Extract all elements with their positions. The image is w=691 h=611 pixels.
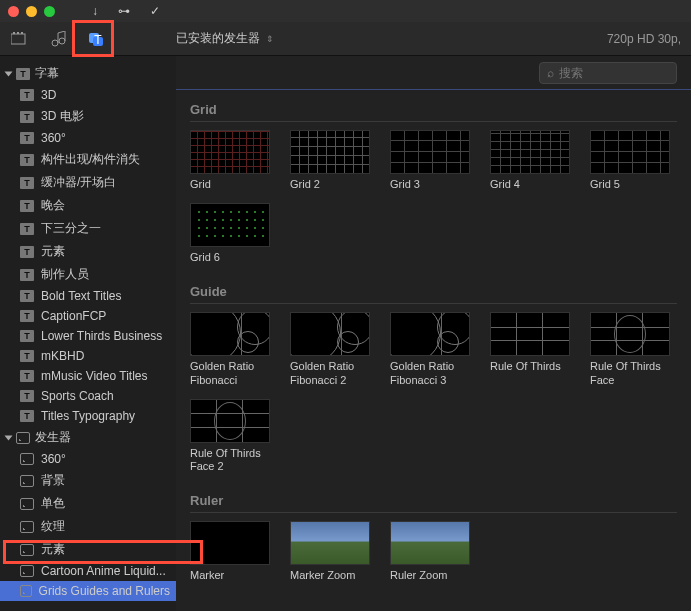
sidebar-item-label: 3D 电影 <box>41 108 84 125</box>
minimize-window-button[interactable] <box>26 6 37 17</box>
maximize-window-button[interactable] <box>44 6 55 17</box>
title-icon: T <box>20 290 34 302</box>
sidebar-item[interactable]: TmKBHD <box>0 346 176 366</box>
generator-thumbnail <box>190 312 270 356</box>
generator-item[interactable]: Grid 6 <box>190 203 270 264</box>
sidebar-group-label: 字幕 <box>35 65 59 82</box>
generator-item[interactable]: Grid <box>190 130 270 191</box>
sidebar-item-label: 缓冲器/开场白 <box>41 174 116 191</box>
generator-item[interactable]: Grid 2 <box>290 130 370 191</box>
generator-item[interactable]: Grid 4 <box>490 130 570 191</box>
title-icon: T <box>20 410 34 422</box>
installed-generators-dropdown[interactable]: 已安装的发生器 ⇕ <box>176 30 274 47</box>
sidebar-item-label: mKBHD <box>41 349 84 363</box>
section-header: Ruler <box>190 489 677 513</box>
video-format-info: 720p HD 30p, <box>607 32 681 46</box>
generator-item[interactable]: Grid 3 <box>390 130 470 191</box>
sidebar-group-generators[interactable]: 发生器 <box>0 426 176 449</box>
generator-thumbnail <box>190 203 270 247</box>
chevron-updown-icon: ⇕ <box>266 34 274 44</box>
generator-item[interactable]: Marker <box>190 521 270 582</box>
title-icon: T <box>20 330 34 342</box>
svg-rect-0 <box>11 34 25 44</box>
generator-item[interactable]: Grid 5 <box>590 130 670 191</box>
generator-thumbnail <box>190 399 270 443</box>
sidebar-item[interactable]: Cartoon Anime Liquid... <box>0 561 176 581</box>
check-circle-icon[interactable]: ✓ <box>150 4 160 18</box>
title-icon: T <box>20 350 34 362</box>
sidebar-item-label: 制作人员 <box>41 266 89 283</box>
sidebar-item[interactable]: TLower Thirds Business <box>0 326 176 346</box>
sidebar-item-label: 360° <box>41 452 66 466</box>
generator-thumbnail <box>390 312 470 356</box>
sidebar-item-label: Lower Thirds Business <box>41 329 162 343</box>
titles-generators-button[interactable]: T <box>86 29 106 49</box>
sidebar-item[interactable]: 背景 <box>0 469 176 492</box>
sidebar-item-label: Titles Typography <box>41 409 135 423</box>
sidebar-item[interactable]: T3D 电影 <box>0 105 176 128</box>
generator-item[interactable]: Golden Ratio Fibonacci <box>190 312 270 386</box>
generator-category-icon <box>16 432 30 444</box>
generator-icon <box>20 475 34 487</box>
sidebar-item[interactable]: T元素 <box>0 240 176 263</box>
sidebar-item[interactable]: 360° <box>0 449 176 469</box>
key-icon[interactable]: ⊶ <box>118 4 130 18</box>
sidebar-group-titles[interactable]: T 字幕 <box>0 62 176 85</box>
title-category-icon: T <box>16 68 30 80</box>
title-icon: T <box>20 111 34 123</box>
generator-thumbnail <box>590 312 670 356</box>
generator-label: Grid 5 <box>590 178 670 191</box>
sidebar-item[interactable]: TSports Coach <box>0 386 176 406</box>
generator-thumbnail <box>490 130 570 174</box>
sidebar-item[interactable]: TCaptionFCP <box>0 306 176 326</box>
toolbar: T 已安装的发生器 ⇕ 720p HD 30p, <box>0 22 691 56</box>
generator-label: Grid 4 <box>490 178 570 191</box>
generator-icon <box>20 565 34 577</box>
sidebar-item[interactable]: TBold Text Titles <box>0 286 176 306</box>
media-browser-button[interactable] <box>10 29 30 49</box>
sidebar-item-label: Cartoon Anime Liquid... <box>41 564 166 578</box>
search-field[interactable]: ⌕ <box>539 62 677 84</box>
sidebar-item-label: 构件出现/构件消失 <box>41 151 140 168</box>
search-input[interactable] <box>559 66 669 80</box>
generator-label: Golden Ratio Fibonacci 3 <box>390 360 470 386</box>
generator-item[interactable]: Marker Zoom <box>290 521 370 582</box>
title-icon: T <box>20 200 34 212</box>
sidebar-item[interactable]: TmMusic Video Titles <box>0 366 176 386</box>
generator-label: Rule Of Thirds Face 2 <box>190 447 270 473</box>
generator-item[interactable]: Rule Of Thirds <box>490 312 570 386</box>
sidebar-group-label: 发生器 <box>35 429 71 446</box>
sidebar-item[interactable]: T构件出现/构件消失 <box>0 148 176 171</box>
generator-label: Marker <box>190 569 270 582</box>
generator-item[interactable]: Rule Of Thirds Face 2 <box>190 399 270 473</box>
close-window-button[interactable] <box>8 6 19 17</box>
download-icon[interactable]: ↓ <box>92 4 98 18</box>
generator-item[interactable]: Golden Ratio Fibonacci 2 <box>290 312 370 386</box>
sidebar-item[interactable]: T3D <box>0 85 176 105</box>
music-browser-button[interactable] <box>48 29 68 49</box>
sidebar-item[interactable]: TTitles Typography <box>0 406 176 426</box>
window-titlebar: ↓ ⊶ ✓ <box>0 0 691 22</box>
sidebar: T 字幕 T3DT3D 电影T360°T构件出现/构件消失T缓冲器/开场白T晚会… <box>0 56 176 611</box>
title-icon: T <box>20 310 34 322</box>
svg-rect-1 <box>13 32 15 34</box>
title-icon: T <box>20 132 34 144</box>
sidebar-item-label: 晚会 <box>41 197 65 214</box>
sidebar-item[interactable]: T缓冲器/开场白 <box>0 171 176 194</box>
sidebar-item[interactable]: T下三分之一 <box>0 217 176 240</box>
generator-item[interactable]: Rule Of Thirds Face <box>590 312 670 386</box>
sidebar-item-label: Bold Text Titles <box>41 289 121 303</box>
content-panel: ⌕ GridGridGrid 2Grid 3Grid 4Grid 5Grid 6… <box>176 56 691 611</box>
sidebar-item[interactable]: T制作人员 <box>0 263 176 286</box>
generator-item[interactable]: Golden Ratio Fibonacci 3 <box>390 312 470 386</box>
sidebar-item[interactable]: 元素 <box>0 538 176 561</box>
sidebar-item-label: Grids Guides and Rulers <box>39 584 170 598</box>
sidebar-item[interactable]: 纹理 <box>0 515 176 538</box>
sidebar-item[interactable]: T360° <box>0 128 176 148</box>
sidebar-item[interactable]: 单色 <box>0 492 176 515</box>
generator-item[interactable]: Ruler Zoom <box>390 521 470 582</box>
sidebar-item[interactable]: T晚会 <box>0 194 176 217</box>
sidebar-item-label: 纹理 <box>41 518 65 535</box>
generator-label: Grid <box>190 178 270 191</box>
sidebar-item[interactable]: Grids Guides and Rulers <box>0 581 176 601</box>
